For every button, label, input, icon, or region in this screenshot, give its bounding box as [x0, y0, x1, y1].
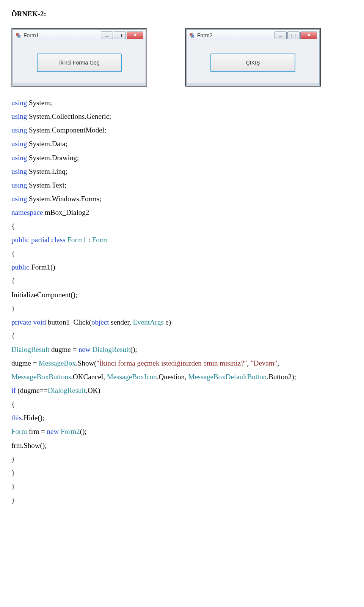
code-line: this.Hide(); — [11, 411, 353, 425]
text: System.Text; — [27, 181, 66, 189]
text: mBox_Dialog2 — [43, 208, 89, 216]
text: System.Collections.Generic; — [27, 112, 111, 120]
type: Form2 — [61, 427, 80, 435]
keyword: public — [11, 263, 30, 271]
text: System.Linq; — [27, 167, 67, 175]
minimize-icon[interactable] — [275, 32, 287, 39]
keyword: object — [91, 318, 109, 326]
code-line: DialogResult dugme = new DialogResult(); — [11, 343, 353, 356]
code-line: InitializeComponent(); — [11, 288, 353, 302]
close-icon[interactable] — [127, 32, 143, 39]
text: e) — [164, 318, 171, 326]
type: DialogResult — [48, 386, 86, 394]
text: Form1() — [30, 263, 55, 271]
text: frm = — [27, 427, 47, 435]
type: DialogResult — [92, 345, 130, 353]
type: MessageBoxButtons — [11, 373, 71, 381]
close-icon[interactable] — [300, 32, 317, 39]
code-line: { — [11, 397, 353, 411]
code-line: namespace mBox_Dialog2 — [11, 206, 353, 219]
text: .OKCancel, — [71, 373, 107, 381]
text: System.Drawing; — [27, 154, 79, 162]
keyword: using — [11, 181, 27, 189]
text: dugme = — [11, 359, 39, 367]
window-border — [187, 84, 319, 85]
type: Form — [11, 427, 27, 435]
app-icon — [15, 32, 21, 38]
screenshot-row: Form1 İkinci Forma Geç Form2 — [11, 28, 353, 87]
code-line: } — [11, 480, 353, 493]
form2-titlebar: Form2 — [187, 30, 319, 41]
text: (dugme== — [17, 386, 47, 394]
code-line: dugme = MessageBox.Show("İkinci forma ge… — [11, 356, 353, 370]
keyword: using — [11, 112, 27, 120]
text: System.ComponentModel; — [27, 126, 106, 134]
code-line: using System.Linq; — [11, 165, 353, 178]
type: Form1 — [67, 236, 86, 244]
form2-body: ÇIKIŞ — [187, 41, 319, 84]
keyword: this — [11, 414, 22, 422]
text: System.Windows.Forms; — [27, 195, 101, 203]
keyword: using — [11, 167, 27, 175]
text: .Button2); — [267, 373, 296, 381]
keyword: using — [11, 126, 27, 134]
code-line: frm.Show(); — [11, 439, 353, 452]
text: .Question, — [157, 373, 188, 381]
keyword: using — [11, 195, 27, 203]
window-border — [13, 84, 146, 85]
minimize-icon[interactable] — [101, 32, 113, 39]
keyword: private void — [11, 318, 46, 326]
code-line: using System.Text; — [11, 178, 353, 192]
code-line: } — [11, 302, 353, 315]
keyword: using — [11, 99, 27, 107]
app-icon — [189, 32, 195, 38]
text: sender, — [109, 318, 133, 326]
code-block: using System; using System.Collections.G… — [11, 96, 353, 507]
form1-title: Form1 — [24, 31, 100, 40]
code-line: using System.ComponentModel; — [11, 123, 353, 137]
text: (); — [130, 345, 137, 353]
code-line: public Form1() — [11, 260, 353, 274]
keyword: new — [47, 427, 61, 435]
code-line: using System.Data; — [11, 137, 353, 151]
form1-body: İkinci Forma Geç — [13, 41, 146, 84]
type: MessageBoxIcon — [107, 373, 157, 381]
text: : — [86, 236, 92, 244]
text: dugme = — [49, 345, 78, 353]
window-controls — [274, 32, 317, 39]
code-line: { — [11, 329, 353, 343]
text: (); — [80, 427, 87, 435]
window-controls — [100, 32, 143, 39]
text: , — [277, 359, 279, 367]
keyword: new — [78, 345, 92, 353]
code-line: { — [11, 247, 353, 260]
text: .Hide(); — [22, 414, 44, 422]
code-line: MessageBoxButtons.OKCancel, MessageBoxIc… — [11, 370, 353, 384]
section-heading: ÖRNEK-2: — [11, 8, 353, 20]
keyword: public partial class — [11, 236, 67, 244]
code-line: public partial class Form1 : Form — [11, 233, 353, 247]
code-line: private void button1_Click(object sender… — [11, 315, 353, 329]
code-line: { — [11, 219, 353, 233]
ikinci-forma-gec-button[interactable]: İkinci Forma Geç — [37, 54, 122, 72]
type: MessageBox — [39, 359, 76, 367]
type: DialogResult — [11, 345, 49, 353]
code-line: using System; — [11, 96, 353, 110]
text: button1_Click( — [46, 318, 91, 326]
code-line: } — [11, 493, 353, 507]
code-line: } — [11, 452, 353, 466]
maximize-icon[interactable] — [114, 32, 126, 39]
type: MessageBoxDefaultButton — [188, 373, 267, 381]
code-line: using System.Collections.Generic; — [11, 110, 353, 123]
code-line: using System.Windows.Forms; — [11, 192, 353, 206]
string: "Devam" — [251, 359, 277, 367]
code-line: if (dugme==DialogResult.OK) — [11, 384, 353, 397]
text: System; — [27, 99, 52, 107]
string: "İkinci forma geçmek istediğinizden emin… — [96, 359, 247, 367]
maximize-icon[interactable] — [287, 32, 300, 39]
form1-titlebar: Form1 — [13, 30, 146, 41]
keyword: namespace — [11, 208, 43, 216]
text: System.Data; — [27, 140, 67, 148]
cikis-button[interactable]: ÇIKIŞ — [210, 54, 295, 72]
text: , — [247, 359, 251, 367]
